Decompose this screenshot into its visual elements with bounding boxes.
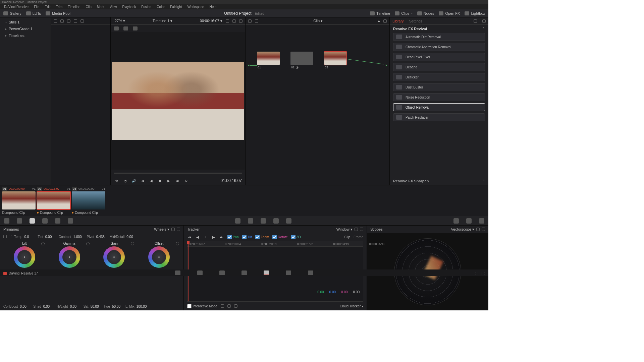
menu-resolve[interactable]: DaVinci Resolve xyxy=(4,5,29,9)
set-point-icon[interactable] xyxy=(227,304,231,308)
viewer-canvas[interactable] xyxy=(111,32,245,170)
menu-view[interactable]: View xyxy=(110,5,117,9)
scopes-mode[interactable]: Vectorscope ▾ xyxy=(451,227,474,232)
viewer-timeline-name[interactable]: Timeline 1 ▾ xyxy=(153,19,172,23)
cut-page-icon[interactable] xyxy=(197,270,203,275)
add-point-icon[interactable] xyxy=(221,304,224,308)
track-zoom-check[interactable]: Zoom xyxy=(255,235,269,239)
auto-balance-icon[interactable] xyxy=(3,235,7,238)
home-icon[interactable] xyxy=(475,272,478,275)
temp-value[interactable]: 0.0 xyxy=(24,235,36,239)
node-01[interactable]: 01 xyxy=(257,52,280,70)
offset-reset-icon[interactable] xyxy=(176,242,179,245)
first-frame-button[interactable]: ⏮ xyxy=(140,178,145,183)
play-reverse-button[interactable]: ◀ xyxy=(149,178,154,183)
keyframes-icon[interactable] xyxy=(453,218,459,224)
tracker-type[interactable]: Cloud Tracker ▾ xyxy=(340,304,363,308)
image-wipe-icon[interactable] xyxy=(114,26,119,31)
track-forward-button[interactable]: ▶ xyxy=(211,235,216,239)
fairlight-page-icon[interactable] xyxy=(286,270,291,275)
deliver-page-icon[interactable] xyxy=(308,270,313,275)
viewer-scrubber[interactable] xyxy=(111,170,245,176)
tracker-reset-icon[interactable] xyxy=(355,228,358,231)
menu-workspace[interactable]: Workspace xyxy=(187,5,204,9)
lift-reset-icon[interactable] xyxy=(41,242,45,245)
qualifier-tool-icon[interactable] xyxy=(42,218,48,224)
menu-trim[interactable]: Trim xyxy=(56,5,63,9)
sidebar-item-stills[interactable]: ▾Stills 1 xyxy=(0,19,51,25)
scopes-expand-icon[interactable] xyxy=(476,228,480,231)
media-page-icon[interactable] xyxy=(175,270,180,275)
colboost-value[interactable]: 0.00 xyxy=(20,305,31,308)
play-button[interactable]: ▶ xyxy=(166,178,171,183)
render-cache-icon[interactable]: ◔ xyxy=(123,178,127,183)
fx-item-noise-reduction[interactable]: Noise Reduction xyxy=(393,93,485,101)
fx-item-deband[interactable]: Deband xyxy=(393,63,485,71)
sizing-icon[interactable] xyxy=(273,218,279,224)
lift-wheel[interactable] xyxy=(14,246,35,268)
stop-button[interactable]: ■ xyxy=(158,178,162,183)
menu-file[interactable]: File xyxy=(34,5,39,9)
fx-item-deflicker[interactable]: Deflicker xyxy=(393,73,485,81)
curves-icon[interactable] xyxy=(235,218,240,224)
menu-playback[interactable]: Playback xyxy=(122,5,136,9)
gamma-reset-icon[interactable] xyxy=(86,242,90,245)
track-reverse-button[interactable]: ◀ xyxy=(195,235,200,239)
sort-icon[interactable] xyxy=(54,19,57,23)
split-screen-icon[interactable] xyxy=(123,26,128,31)
hue-value[interactable]: 50.00 xyxy=(112,305,123,308)
menu-timeline[interactable]: Timeline xyxy=(68,5,80,9)
search-icon[interactable] xyxy=(74,19,77,23)
tracker-frame-tab[interactable]: Frame xyxy=(354,235,363,239)
mediapool-button[interactable]: Media Pool xyxy=(46,11,70,15)
menu-fairlight[interactable]: Fairlight xyxy=(170,5,182,9)
node-scope-clip[interactable]: Clip ▾ xyxy=(313,19,323,23)
clip-02[interactable]: 0200:00:16:07V1 Compound Clip xyxy=(37,187,70,215)
fx-group-revival[interactable]: Resolve FX Revival⌃ xyxy=(390,25,488,33)
magic-mask-icon[interactable] xyxy=(133,26,138,31)
gain-wheel[interactable] xyxy=(103,246,125,268)
sidebar-item-powergrade[interactable]: ▸PowerGrade 1 xyxy=(0,25,51,32)
timeline-button[interactable]: Timeline xyxy=(370,11,390,15)
last-frame-button[interactable]: ⏭ xyxy=(175,178,180,183)
viewer-timecode[interactable]: 00:00:16:07 ▾ xyxy=(200,19,222,23)
interactive-mode-check[interactable]: Interactive Mode xyxy=(187,304,217,308)
lightbox-button[interactable]: Lightbox xyxy=(465,11,485,15)
menu-clip[interactable]: Clip xyxy=(86,5,92,9)
sidebar-item-timelines[interactable]: ▸Timelines xyxy=(0,32,51,39)
track-rotate-check[interactable]: Rotate xyxy=(272,235,287,239)
gain-reset-icon[interactable] xyxy=(131,242,134,245)
scopes-options-icon[interactable] xyxy=(482,228,485,231)
fx-item-patch-replacer[interactable]: Patch Replacer xyxy=(393,113,485,121)
node-03[interactable]: 03 xyxy=(324,52,347,70)
edit-page-icon[interactable] xyxy=(219,270,225,275)
clips-button[interactable]: Clips ▾ xyxy=(395,11,412,15)
fx-group-sharpen[interactable]: Resolve FX Sharpen⌃ xyxy=(390,177,488,185)
pivot-value[interactable]: 0.435 xyxy=(96,235,108,239)
loop-playback-icon[interactable]: ↻ xyxy=(184,178,189,183)
primaries-reset-icon[interactable] xyxy=(171,228,175,231)
nodes-button[interactable]: Nodes xyxy=(417,11,434,15)
tint-value[interactable]: 0.00 xyxy=(45,235,57,239)
tracker-options-icon[interactable] xyxy=(360,228,363,231)
viewer-zoom[interactable]: 27% ▾ xyxy=(115,19,125,23)
primaries-tool-icon[interactable] xyxy=(30,218,35,224)
grid-view-icon[interactable] xyxy=(60,19,64,23)
info-icon[interactable] xyxy=(479,218,484,224)
blur-icon[interactable] xyxy=(248,218,253,224)
offset-wheel[interactable] xyxy=(148,246,170,268)
sat-value[interactable]: 50.00 xyxy=(91,305,102,308)
loop-icon[interactable]: ⟲ xyxy=(114,178,119,183)
node-options-icon[interactable] xyxy=(383,19,387,23)
stills-gallery[interactable] xyxy=(51,17,111,185)
warper-tool-icon[interactable] xyxy=(17,218,22,224)
lmix-value[interactable]: 100.00 xyxy=(137,305,148,308)
picker-icon[interactable] xyxy=(9,235,12,238)
bypass-icon[interactable] xyxy=(226,19,229,23)
node-output-dot[interactable] xyxy=(385,64,387,66)
fx-options-icon[interactable] xyxy=(482,19,486,23)
gamma-wheel[interactable] xyxy=(59,246,80,268)
curves-tool-icon[interactable] xyxy=(4,218,9,224)
track-reverse-one-button[interactable]: ⏮ xyxy=(187,235,192,239)
track-3d-check[interactable]: 3D xyxy=(291,235,301,239)
